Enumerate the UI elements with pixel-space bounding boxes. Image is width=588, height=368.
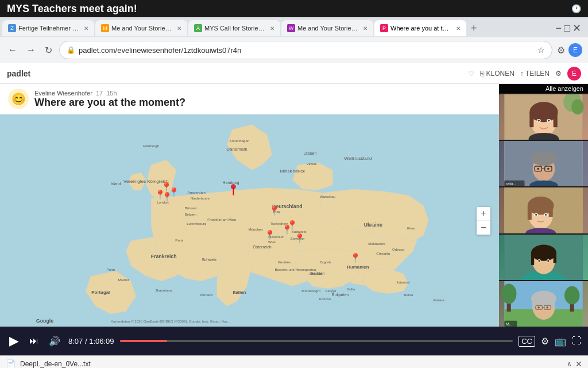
label-italien: Italien xyxy=(233,290,246,295)
tab-favicon-zoom: Z xyxy=(8,24,16,32)
label-bosnien: Bosnien und Herzegowina xyxy=(275,267,316,271)
label-moldawien: Moldawien xyxy=(368,241,385,246)
forward-button[interactable]: → xyxy=(24,43,38,57)
participant-video-2: rato... xyxy=(499,141,588,186)
tab-label-zoom: Fertige Teilnehmer - Zoom xyxy=(18,25,79,32)
label-porto: Porto xyxy=(107,267,115,271)
label-belgrad: Belgrad xyxy=(310,271,322,275)
pin-uk4[interactable]: 📍 xyxy=(161,191,173,202)
all-anzeigen-bar[interactable]: Alle anzeigen xyxy=(499,84,588,93)
klonen-button[interactable]: ⎘ KLONEN xyxy=(480,70,514,78)
tab-close-call[interactable]: ✕ xyxy=(270,25,274,32)
new-tab-button[interactable]: + xyxy=(467,21,481,36)
tab-where[interactable]: P Where are you at the moment? ✕ xyxy=(374,20,466,36)
skip-forward-button[interactable]: ⏭ xyxy=(27,334,41,348)
tab-favicon-mys: M xyxy=(101,24,109,32)
label-frankreich: Frankreich xyxy=(151,254,177,259)
tab-call[interactable]: A MYS Call for Stories - atempo ... ✕ xyxy=(188,20,280,36)
all-anzeigen-label: Alle anzeigen xyxy=(546,85,583,92)
minimize-button[interactable]: − xyxy=(556,22,562,34)
svg-point-38 xyxy=(547,168,550,170)
label-litauen: Litauen xyxy=(303,151,316,155)
svg-point-50 xyxy=(545,214,547,216)
svg-point-49 xyxy=(535,214,537,216)
download-icon: 📄 xyxy=(6,359,16,369)
back-button[interactable]: ← xyxy=(6,43,20,57)
svg-point-56 xyxy=(531,244,556,260)
browser-actions: ⚙ E xyxy=(557,43,582,57)
label-kiew: Kiew xyxy=(407,226,415,230)
pin-aut1[interactable]: 📍 xyxy=(264,229,276,240)
participant-face-3 xyxy=(499,187,588,233)
label-chisinau: Chisinău xyxy=(376,251,390,255)
map-container[interactable]: Vereinigtes Königreich Irland Dänemark L… xyxy=(0,114,499,327)
label-belgien: Belgien xyxy=(184,212,196,216)
maximize-button[interactable]: □ xyxy=(564,22,570,34)
progress-bar[interactable] xyxy=(120,340,513,342)
map-svg: Vereinigtes Königreich Irland Dänemark L… xyxy=(0,114,499,327)
svg-point-76 xyxy=(537,306,540,309)
cc-button[interactable]: CC xyxy=(519,336,535,347)
tab-zoom[interactable]: Z Fertige Teilnehmer - Zoom ✕ xyxy=(2,20,94,36)
svg-point-33 xyxy=(531,152,556,166)
svg-text:M...: M... xyxy=(506,322,513,326)
address-bar-row: ← → ↻ 🔒 padlet.com/evelinewiesenhofer/1z… xyxy=(0,37,588,63)
tab-wiki[interactable]: W Me and Your Stories - MYS - Wiki ... ✕ xyxy=(281,20,373,36)
lock-icon: 🔒 xyxy=(67,46,75,54)
settings-icon[interactable]: ⚙ xyxy=(541,336,549,347)
map-zoom-controls: + − xyxy=(477,207,490,235)
pin-ger1[interactable]: 📍 xyxy=(269,205,280,216)
download-filename: DeepL_de-en_0Ve...txt xyxy=(20,360,91,368)
label-ukraine: Ukraine xyxy=(364,222,382,228)
svg-point-13 xyxy=(231,184,236,189)
tab-favicon-call: A xyxy=(194,24,202,32)
tab-close-zoom[interactable]: ✕ xyxy=(84,25,88,32)
label-paris: Paris xyxy=(175,238,183,242)
pin-slk2[interactable]: 📍 xyxy=(287,220,298,231)
tab-close-wiki[interactable]: ✕ xyxy=(363,25,368,32)
play-button[interactable]: ▶ xyxy=(7,331,21,351)
svg-rect-44 xyxy=(528,206,532,220)
label-wien: Wien xyxy=(268,240,277,244)
user-avatar[interactable]: E xyxy=(568,43,582,57)
extensions-button[interactable]: ⚙ xyxy=(557,45,565,56)
label-munchen: München xyxy=(248,227,263,231)
fullscreen-icon[interactable]: ⛶ xyxy=(572,336,581,346)
tab-close-where[interactable]: ✕ xyxy=(456,25,461,32)
download-bar: 📄 DeepL_de-en_0Ve...txt ∧ ✕ xyxy=(0,355,588,368)
svg-rect-21 xyxy=(554,112,558,127)
label-ankara: Ankara xyxy=(433,298,444,302)
title-bar: MYS Teachers meet again! 🕐 xyxy=(0,0,588,17)
pin-hun1[interactable]: 📍 xyxy=(294,233,305,244)
url-text: padlet.com/evelinewiesenhofer/1ztdkouiwt… xyxy=(79,46,534,55)
refresh-button[interactable]: ↻ xyxy=(42,43,55,58)
settings-button[interactable]: ⚙ xyxy=(555,70,562,78)
padlet-author-name: Eveline Wiesenhofer xyxy=(34,90,92,97)
tab-favicon-where: P xyxy=(380,24,388,32)
label-vilnius: Vilnius xyxy=(307,162,317,166)
svg-rect-58 xyxy=(554,252,556,263)
volume-button[interactable]: 🔊 xyxy=(47,334,63,349)
tab-mys[interactable]: M Me and Your Stories ... ✕ xyxy=(95,20,187,36)
bookmark-icon[interactable]: ☆ xyxy=(537,45,545,55)
heart-button[interactable]: ♡ xyxy=(468,70,474,78)
download-close-button[interactable]: ✕ xyxy=(575,359,582,369)
address-bar[interactable]: 🔒 padlet.com/evelinewiesenhofer/1ztdkoui… xyxy=(59,41,552,59)
teilen-button[interactable]: ↑ TEILEN xyxy=(520,70,550,78)
participants-panel: Alle anzeigen xyxy=(499,84,588,327)
tab-close-mys[interactable]: ✕ xyxy=(177,25,181,32)
svg-rect-72 xyxy=(551,298,555,309)
label-zagreb: Zagreb xyxy=(320,260,331,264)
svg-point-61 xyxy=(538,260,540,262)
user-menu-button[interactable]: E xyxy=(567,67,581,80)
close-button[interactable]: ✕ xyxy=(572,22,581,34)
cast-icon[interactable]: 📺 xyxy=(555,336,566,347)
participant-face-1 xyxy=(499,94,588,140)
title-text: MYS Teachers meet again! xyxy=(7,3,137,15)
current-time: 8:07 xyxy=(68,337,83,346)
label-skopje: Skopje xyxy=(326,289,336,293)
download-expand-button[interactable]: ∧ xyxy=(567,360,572,368)
zoom-out-button[interactable]: − xyxy=(477,221,490,235)
pin-rom1[interactable]: 📍 xyxy=(350,252,361,263)
zoom-in-button[interactable]: + xyxy=(477,207,490,221)
